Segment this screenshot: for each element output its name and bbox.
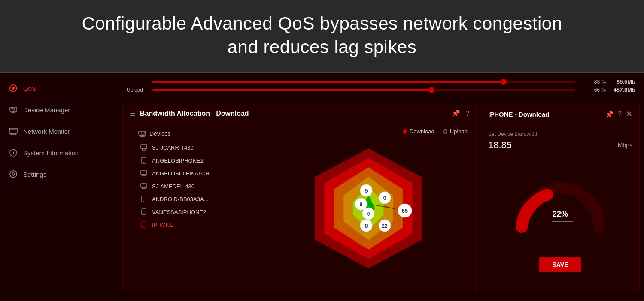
download-legend: Download xyxy=(403,128,434,135)
hamburger-icon: ☰ xyxy=(130,109,136,117)
upload-slider-values: 66 % 457.8Mb xyxy=(580,87,635,93)
sidebar-label-settings: Settings xyxy=(23,171,46,178)
sliders-section: 83 % 85.5Mb Upload 66 % 457.8Mb xyxy=(118,73,644,99)
network-monitor-icon xyxy=(9,126,18,136)
device-name-4: ANDROID-BB03A3A... xyxy=(152,196,209,202)
save-btn-row: SAVE xyxy=(488,253,632,277)
svg-rect-23 xyxy=(142,132,144,134)
device-item-4[interactable]: ANDROID-BB03A3A... xyxy=(123,193,260,205)
desktop-icon-0 xyxy=(140,144,148,151)
desktop-icon-2 xyxy=(140,170,148,177)
sidebar-label-device-manager: Device Manager xyxy=(23,106,70,114)
tree-root: — Devices xyxy=(123,126,260,141)
phone-icon-6 xyxy=(140,221,148,228)
bandwidth-label: Set Device Bandwidth xyxy=(488,131,632,137)
hero-banner: Configurable Advanced QoS bypasses netwo… xyxy=(0,0,644,73)
device-name-0: SJ-JCARR-T430 xyxy=(152,144,194,151)
device-item-0[interactable]: SJ-JCARR-T430 xyxy=(123,141,260,154)
download-pct: 83 xyxy=(594,79,600,85)
bandwidth-panel-header: ☰ Bandwidth Allocation - Download 📌 ? xyxy=(123,104,476,123)
device-panel: IPHONE - Download 📌 ? ✕ Set Device Bandw… xyxy=(481,104,640,292)
hero-title: Configurable Advanced QoS bypasses netwo… xyxy=(9,12,635,59)
sidebar-item-network-monitor[interactable]: Network Monitor xyxy=(0,120,118,142)
svg-point-39 xyxy=(143,201,144,202)
device-panel-title: IPHONE - Download xyxy=(488,111,601,118)
chart-legend: Download Upload xyxy=(394,123,476,140)
upload-dot xyxy=(443,129,447,134)
device-name-3: SJ-AMEDEL-430 xyxy=(152,183,194,190)
svg-point-41 xyxy=(143,214,144,214)
phone-icon-5 xyxy=(140,208,148,215)
close-icon[interactable]: ✕ xyxy=(626,109,632,119)
bandwidth-unit: Mbps xyxy=(618,142,632,149)
device-name-2: ANGELOSPLEWATCH xyxy=(152,170,210,177)
device-item-3[interactable]: SJ-AMEDEL-430 xyxy=(123,180,260,193)
upload-slider-thumb[interactable] xyxy=(428,87,434,93)
svg-rect-9 xyxy=(9,128,17,133)
bandwidth-panel: ☰ Bandwidth Allocation - Download 📌 ? — xyxy=(122,104,477,292)
svg-text:8: 8 xyxy=(365,223,368,229)
svg-text:22: 22 xyxy=(382,223,388,229)
download-slider-thumb[interactable] xyxy=(501,79,507,85)
upload-pct-sign: % xyxy=(601,87,606,93)
pin-icon[interactable]: 📌 xyxy=(452,109,460,117)
qos-icon xyxy=(9,84,18,93)
svg-text:5: 5 xyxy=(365,188,368,194)
device-pin-icon[interactable]: 📌 xyxy=(605,110,614,118)
device-item-1[interactable]: ANGELOSIPHONE2 xyxy=(123,154,260,167)
sidebar-label-system-info: System Information xyxy=(23,149,79,157)
settings-icon: N xyxy=(9,169,18,179)
upload-slider-track[interactable] xyxy=(152,89,575,91)
phone-icon-1 xyxy=(140,157,148,164)
devices-label: Devices xyxy=(149,130,171,137)
devices-icon xyxy=(138,130,146,138)
upload-slider-row: Upload 66 % 457.8Mb xyxy=(127,87,635,93)
device-help-icon[interactable]: ? xyxy=(618,110,622,118)
svg-point-29 xyxy=(143,162,144,163)
download-slider-fill xyxy=(152,81,504,83)
sidebar-label-network-monitor: Network Monitor xyxy=(23,128,70,135)
sidebar-item-settings[interactable]: N Settings xyxy=(0,163,118,185)
upload-slider-label: Upload xyxy=(127,87,148,93)
sidebar: QoS Device Manager xyxy=(0,73,118,301)
device-tree: — Devices xyxy=(123,123,260,289)
save-button[interactable]: SAVE xyxy=(539,257,581,272)
bandwidth-value[interactable]: 18.85 xyxy=(488,140,618,151)
desktop-icon-3 xyxy=(140,183,148,190)
device-item-5[interactable]: VANESSASIPHONE2 xyxy=(123,205,260,218)
sidebar-item-device-manager[interactable]: Device Manager xyxy=(0,99,118,120)
phone-icon-4 xyxy=(140,196,148,202)
svg-rect-34 xyxy=(141,184,147,187)
download-dot xyxy=(403,129,407,134)
svg-text:0: 0 xyxy=(359,202,362,208)
upload-legend: Upload xyxy=(443,128,468,135)
download-slider-values: 83 % 85.5Mb xyxy=(580,78,635,85)
app-area: QoS Device Manager xyxy=(0,73,644,301)
device-name-5: VANESSASIPHONE2 xyxy=(152,209,206,215)
sidebar-label-qos: QoS xyxy=(23,85,36,92)
svg-point-1 xyxy=(12,87,15,90)
gauge-percent: 22% xyxy=(553,210,568,219)
svg-text:65: 65 xyxy=(401,208,407,214)
help-icon[interactable]: ? xyxy=(465,110,469,117)
download-mbps: 85.5Mb xyxy=(608,78,635,85)
download-pct-sign: % xyxy=(601,79,606,84)
bandwidth-panel-title: Bandwidth Allocation - Download xyxy=(140,110,447,117)
svg-text:0: 0 xyxy=(383,195,386,201)
gauge-container: 22% xyxy=(488,163,632,248)
tree-collapse-icon[interactable]: — xyxy=(130,131,135,137)
sidebar-item-qos[interactable]: QoS xyxy=(0,78,118,99)
sidebar-item-system-info[interactable]: System Information xyxy=(0,142,118,163)
bandwidth-input-row: 18.85 Mbps xyxy=(488,140,632,154)
main-content: 83 % 85.5Mb Upload 66 % 457.8Mb xyxy=(118,73,644,301)
svg-point-7 xyxy=(14,108,15,110)
svg-text:N: N xyxy=(12,172,15,176)
download-slider-row: 83 % 85.5Mb xyxy=(127,78,635,85)
gauge-svg xyxy=(509,171,612,240)
lower-panels: ☰ Bandwidth Allocation - Download 📌 ? — xyxy=(118,99,644,297)
panel-header-actions: 📌 ? xyxy=(452,109,469,117)
download-slider-track[interactable] xyxy=(152,81,575,83)
device-item-2[interactable]: ANGELOSPLEWATCH xyxy=(123,167,260,180)
svg-point-43 xyxy=(143,226,144,227)
device-item-6[interactable]: IPHONE xyxy=(123,218,260,231)
